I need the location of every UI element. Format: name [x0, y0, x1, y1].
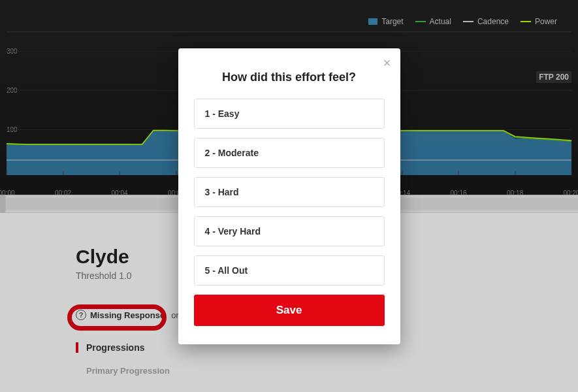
modal-title: How did this effort feel?	[194, 71, 385, 84]
survey-option-2[interactable]: 2 - Moderate	[194, 138, 385, 168]
close-icon[interactable]: ×	[383, 56, 391, 69]
save-button[interactable]: Save	[194, 295, 385, 326]
survey-modal: × How did this effort feel? 1 - Easy2 - …	[178, 48, 400, 344]
survey-option-5[interactable]: 5 - All Out	[194, 255, 385, 286]
survey-option-4[interactable]: 4 - Very Hard	[194, 216, 385, 246]
survey-option-1[interactable]: 1 - Easy	[194, 99, 385, 129]
survey-option-3[interactable]: 3 - Hard	[194, 177, 385, 207]
